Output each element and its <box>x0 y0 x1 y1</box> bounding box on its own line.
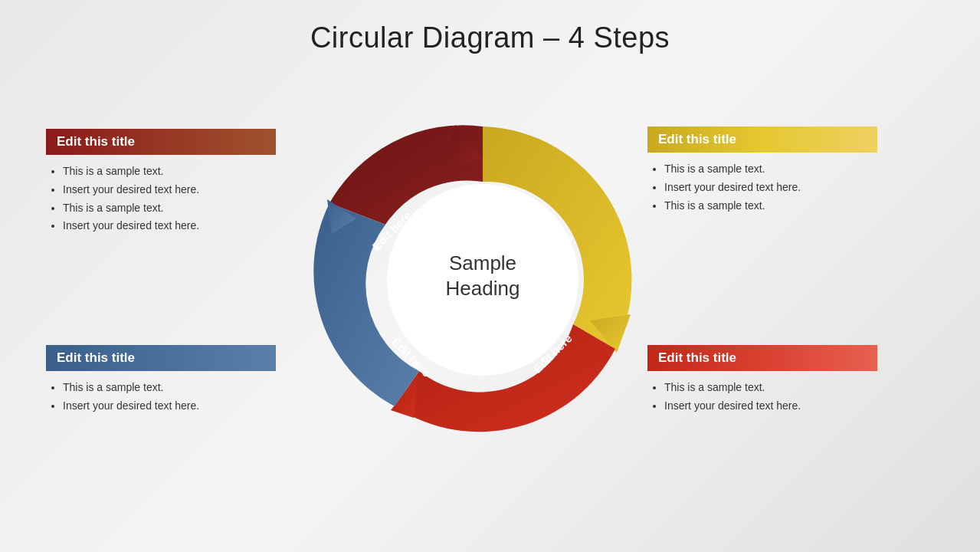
list-item: This is a sample text. <box>63 379 276 397</box>
svg-text:Heading: Heading <box>446 277 520 300</box>
list-item: This is a sample text. <box>664 379 877 397</box>
list-item: Insert your desired text here. <box>664 179 877 197</box>
panel-bottom-left: Edit this title This is a sample text. I… <box>46 345 276 416</box>
circular-diagram: Sample Heading Edit here Edit here Edit … <box>291 77 674 491</box>
list-item: This is a sample text. <box>664 160 877 179</box>
panel-top-left: Edit this title This is a sample text. I… <box>46 129 276 235</box>
slide-title: Circular Diagram – 4 Steps <box>0 0 980 54</box>
panel-bottom-right-title[interactable]: Edit this title <box>647 345 877 371</box>
panel-top-left-title[interactable]: Edit this title <box>46 129 276 155</box>
panel-bottom-left-list: This is a sample text. Insert your desir… <box>46 379 276 416</box>
svg-text:Sample: Sample <box>449 251 516 274</box>
list-item: Insert your desired text here. <box>63 181 276 199</box>
list-item: Insert your desired text here. <box>63 397 276 416</box>
list-item: This is a sample text. <box>63 163 276 181</box>
panel-bottom-left-title[interactable]: Edit this title <box>46 345 276 371</box>
list-item: This is a sample text. <box>63 199 276 218</box>
panel-top-right-title[interactable]: Edit this title <box>647 127 877 153</box>
panel-bottom-right-list: This is a sample text. Insert your desir… <box>647 379 877 416</box>
panel-bottom-right: Edit this title This is a sample text. I… <box>647 345 877 416</box>
panel-top-left-list: This is a sample text. Insert your desir… <box>46 163 276 235</box>
list-item: Insert your desired text here. <box>664 397 877 416</box>
list-item: This is a sample text. <box>664 197 877 215</box>
list-item: Insert your desired text here. <box>63 217 276 235</box>
panel-top-right: Edit this title This is a sample text. I… <box>647 127 877 215</box>
panel-top-right-list: This is a sample text. Insert your desir… <box>647 160 877 215</box>
